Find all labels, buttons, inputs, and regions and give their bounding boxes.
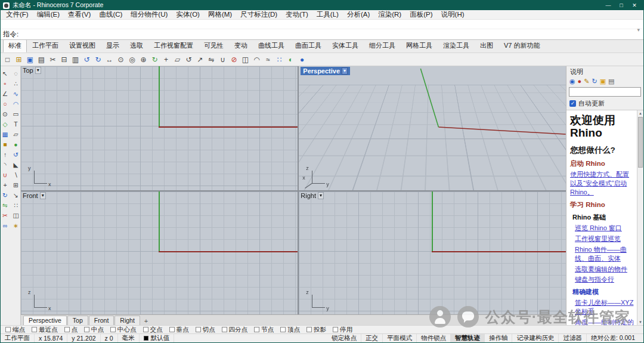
- toolbar-tab[interactable]: 设置视图: [64, 39, 101, 52]
- status-toggle[interactable]: 智慧轨迹: [451, 334, 485, 342]
- toolbar-tab[interactable]: 选取: [125, 39, 148, 52]
- menu-item[interactable]: 变动(T): [281, 10, 312, 19]
- render-icon[interactable]: ●: [297, 54, 307, 64]
- mirror-icon[interactable]: ⇋: [206, 54, 216, 64]
- menu-item[interactable]: 分析(A): [343, 10, 374, 19]
- help-search-input[interactable]: [569, 87, 641, 97]
- point-icon[interactable]: ∘: [1, 79, 10, 88]
- menu-item[interactable]: 实体(O): [172, 10, 204, 19]
- help-link[interactable]: 巡览 Rhino 窗口: [575, 224, 634, 233]
- mirror-icon[interactable]: ⇋: [1, 200, 10, 209]
- menu-item[interactable]: 细分物件(U): [126, 10, 172, 19]
- point-cloud-icon[interactable]: ∴: [11, 79, 20, 88]
- osnap-toggle[interactable]: 交点: [143, 326, 163, 334]
- text-icon[interactable]: T: [11, 119, 20, 128]
- ellipse-icon[interactable]: ⊙: [1, 109, 10, 118]
- target-icon[interactable]: ●: [578, 78, 582, 85]
- shade-icon[interactable]: ◐: [286, 54, 296, 64]
- split-icon[interactable]: ◫: [11, 211, 20, 220]
- surface-icon[interactable]: ▦: [1, 129, 10, 138]
- paste-icon[interactable]: ▥: [70, 54, 80, 64]
- trim-icon[interactable]: ⊘: [229, 54, 239, 64]
- osnap-toggle[interactable]: 顶点: [280, 326, 300, 334]
- chevron-down-icon[interactable]: ▾: [40, 192, 46, 199]
- viewport-tab[interactable]: Perspective: [23, 316, 67, 325]
- revolve-icon[interactable]: ↺: [11, 150, 20, 159]
- osnap-toggle[interactable]: 停用: [333, 326, 352, 334]
- boolean-difference-icon[interactable]: ∖: [11, 170, 20, 179]
- toolbar-tab[interactable]: V7 的新功能: [499, 39, 546, 52]
- status-toggle[interactable]: 锁定格点: [327, 334, 361, 342]
- help-link[interactable]: 使用快捷方式、配置以及“安全模式”启动 Rhino。: [570, 170, 634, 197]
- menu-item[interactable]: 文件(F): [2, 10, 33, 19]
- status-toggle[interactable]: 正交: [361, 334, 383, 342]
- viewport-title-top[interactable]: Top ▾: [23, 67, 41, 74]
- viewport-top[interactable]: Top ▾ y x: [21, 66, 298, 190]
- toolbar-tab[interactable]: 显示: [101, 39, 125, 52]
- toolbar-tab[interactable]: 实体工具: [327, 39, 364, 52]
- toolbar-tab[interactable]: 曲线工具: [253, 39, 290, 52]
- menu-item[interactable]: 曲线(C): [95, 10, 126, 19]
- help-link[interactable]: 键盘与指令行: [575, 275, 634, 284]
- rotate-icon[interactable]: ↻: [1, 190, 10, 199]
- offset-icon[interactable]: ≈: [263, 54, 273, 64]
- checkbox-icon[interactable]: [333, 327, 338, 332]
- open-file-icon[interactable]: ⊞: [14, 54, 24, 64]
- checkbox-icon[interactable]: [110, 327, 116, 332]
- sphere-icon[interactable]: ●: [11, 140, 20, 149]
- status-toggle[interactable]: 记录建构历史: [512, 334, 559, 342]
- toolbar-tab[interactable]: 渲染工具: [438, 39, 475, 52]
- join-icon[interactable]: ∞: [1, 221, 10, 230]
- rotate-icon[interactable]: ↺: [184, 54, 194, 64]
- viewport-perspective[interactable]: Perspective ▾ z y x: [299, 66, 566, 190]
- chamfer-icon[interactable]: ◣: [11, 160, 20, 169]
- plane-icon[interactable]: ▱: [11, 129, 20, 138]
- arc-icon[interactable]: ◠: [11, 99, 20, 108]
- toolbar-tab[interactable]: 网格工具: [401, 39, 438, 52]
- osnap-toggle[interactable]: 中点: [84, 326, 104, 334]
- checkbox-icon[interactable]: [84, 327, 89, 332]
- viewport-title-front[interactable]: Front ▾: [23, 192, 46, 199]
- split-icon[interactable]: ◫: [240, 54, 250, 64]
- menu-item[interactable]: 工具(L): [312, 10, 343, 19]
- toolbar-tab[interactable]: 工作平面: [27, 39, 64, 52]
- compass-icon[interactable]: ◉: [569, 78, 575, 85]
- status-toggle[interactable]: 操作轴: [485, 334, 513, 342]
- osnap-toggle[interactable]: 切点: [196, 326, 215, 334]
- fillet-icon[interactable]: ◠: [252, 54, 262, 64]
- checkbox-icon[interactable]: [64, 327, 70, 332]
- new-file-icon[interactable]: □: [2, 54, 13, 64]
- minimize-button[interactable]: —: [602, 2, 615, 8]
- osnap-toggle[interactable]: 中心点: [110, 326, 137, 334]
- viewport-tab[interactable]: Front: [89, 316, 114, 325]
- checked-checkbox-icon[interactable]: ✓: [569, 100, 576, 107]
- scrollbar-thumb[interactable]: [638, 117, 643, 168]
- menu-item[interactable]: 渲染(R): [374, 10, 405, 19]
- auto-update-toggle[interactable]: ✓ 自动更新: [566, 98, 643, 110]
- copy-icon[interactable]: ⊟: [59, 54, 69, 64]
- move-icon[interactable]: +: [1, 180, 10, 189]
- zoom-dynamic-icon[interactable]: ⊙: [116, 54, 126, 64]
- checkbox-icon[interactable]: [196, 327, 201, 332]
- boolean-union-icon[interactable]: ∪: [1, 170, 10, 179]
- toolbar-tab[interactable]: 变动: [229, 39, 253, 52]
- close-button[interactable]: ✕: [628, 2, 641, 8]
- toolbar-tab[interactable]: 曲面工具: [290, 39, 327, 52]
- scale-icon[interactable]: ↘: [11, 190, 20, 199]
- chevron-down-icon[interactable]: ▾: [342, 67, 348, 75]
- undo-icon[interactable]: ↺: [82, 54, 92, 64]
- help-link[interactable]: 工作视窗里巡览: [575, 234, 634, 243]
- osnap-toggle[interactable]: 节点: [254, 326, 274, 334]
- scroll-down-icon[interactable]: ▼: [639, 320, 642, 325]
- toolbar-tab[interactable]: 可见性: [199, 39, 229, 52]
- viewport-right[interactable]: Right ▾ z y: [299, 191, 566, 314]
- folder-icon[interactable]: ▣: [600, 78, 606, 85]
- viewport-front[interactable]: Front ▾ z x: [21, 191, 298, 314]
- select-icon[interactable]: ↖: [1, 69, 10, 78]
- osnap-toggle[interactable]: 最近点: [32, 326, 58, 334]
- checkbox-icon[interactable]: [143, 327, 148, 332]
- cut-icon[interactable]: ✂: [48, 54, 58, 64]
- help-panel-title[interactable]: 说明: [566, 66, 643, 77]
- status-toggle[interactable]: 过滤器: [559, 334, 587, 342]
- menu-item[interactable]: 面板(P): [405, 10, 436, 19]
